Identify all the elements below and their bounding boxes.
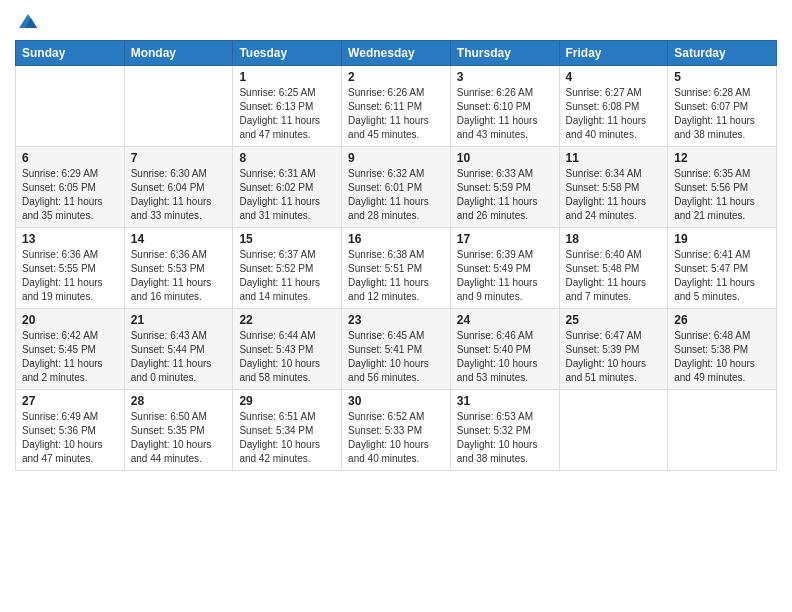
weekday-header: Saturday: [668, 41, 777, 66]
calendar-cell: 2Sunrise: 6:26 AM Sunset: 6:11 PM Daylig…: [342, 66, 451, 147]
day-number: 21: [131, 313, 227, 327]
day-info: Sunrise: 6:30 AM Sunset: 6:04 PM Dayligh…: [131, 167, 227, 223]
calendar-cell: 19Sunrise: 6:41 AM Sunset: 5:47 PM Dayli…: [668, 228, 777, 309]
day-number: 11: [566, 151, 662, 165]
calendar-cell: 17Sunrise: 6:39 AM Sunset: 5:49 PM Dayli…: [450, 228, 559, 309]
calendar-cell: 25Sunrise: 6:47 AM Sunset: 5:39 PM Dayli…: [559, 309, 668, 390]
day-number: 30: [348, 394, 444, 408]
day-info: Sunrise: 6:28 AM Sunset: 6:07 PM Dayligh…: [674, 86, 770, 142]
weekday-header: Tuesday: [233, 41, 342, 66]
day-number: 31: [457, 394, 553, 408]
calendar-cell: 30Sunrise: 6:52 AM Sunset: 5:33 PM Dayli…: [342, 390, 451, 471]
calendar-cell: 11Sunrise: 6:34 AM Sunset: 5:58 PM Dayli…: [559, 147, 668, 228]
day-number: 6: [22, 151, 118, 165]
calendar-table: SundayMondayTuesdayWednesdayThursdayFrid…: [15, 40, 777, 471]
calendar-cell: 26Sunrise: 6:48 AM Sunset: 5:38 PM Dayli…: [668, 309, 777, 390]
calendar-week-row: 13Sunrise: 6:36 AM Sunset: 5:55 PM Dayli…: [16, 228, 777, 309]
calendar-cell: 21Sunrise: 6:43 AM Sunset: 5:44 PM Dayli…: [124, 309, 233, 390]
calendar-cell: 18Sunrise: 6:40 AM Sunset: 5:48 PM Dayli…: [559, 228, 668, 309]
calendar-cell: [559, 390, 668, 471]
day-info: Sunrise: 6:48 AM Sunset: 5:38 PM Dayligh…: [674, 329, 770, 385]
day-info: Sunrise: 6:39 AM Sunset: 5:49 PM Dayligh…: [457, 248, 553, 304]
calendar-cell: [16, 66, 125, 147]
day-info: Sunrise: 6:44 AM Sunset: 5:43 PM Dayligh…: [239, 329, 335, 385]
day-info: Sunrise: 6:37 AM Sunset: 5:52 PM Dayligh…: [239, 248, 335, 304]
day-number: 18: [566, 232, 662, 246]
calendar-cell: 3Sunrise: 6:26 AM Sunset: 6:10 PM Daylig…: [450, 66, 559, 147]
day-number: 12: [674, 151, 770, 165]
day-info: Sunrise: 6:36 AM Sunset: 5:53 PM Dayligh…: [131, 248, 227, 304]
day-info: Sunrise: 6:43 AM Sunset: 5:44 PM Dayligh…: [131, 329, 227, 385]
day-info: Sunrise: 6:46 AM Sunset: 5:40 PM Dayligh…: [457, 329, 553, 385]
calendar-cell: 28Sunrise: 6:50 AM Sunset: 5:35 PM Dayli…: [124, 390, 233, 471]
header: [15, 10, 777, 32]
day-number: 13: [22, 232, 118, 246]
day-info: Sunrise: 6:52 AM Sunset: 5:33 PM Dayligh…: [348, 410, 444, 466]
day-number: 5: [674, 70, 770, 84]
day-number: 17: [457, 232, 553, 246]
calendar-cell: 24Sunrise: 6:46 AM Sunset: 5:40 PM Dayli…: [450, 309, 559, 390]
day-number: 16: [348, 232, 444, 246]
calendar-cell: 10Sunrise: 6:33 AM Sunset: 5:59 PM Dayli…: [450, 147, 559, 228]
day-info: Sunrise: 6:51 AM Sunset: 5:34 PM Dayligh…: [239, 410, 335, 466]
calendar-cell: 14Sunrise: 6:36 AM Sunset: 5:53 PM Dayli…: [124, 228, 233, 309]
calendar-week-row: 6Sunrise: 6:29 AM Sunset: 6:05 PM Daylig…: [16, 147, 777, 228]
day-number: 4: [566, 70, 662, 84]
calendar-cell: [124, 66, 233, 147]
day-info: Sunrise: 6:33 AM Sunset: 5:59 PM Dayligh…: [457, 167, 553, 223]
calendar-cell: 13Sunrise: 6:36 AM Sunset: 5:55 PM Dayli…: [16, 228, 125, 309]
weekday-header: Thursday: [450, 41, 559, 66]
day-info: Sunrise: 6:40 AM Sunset: 5:48 PM Dayligh…: [566, 248, 662, 304]
day-number: 15: [239, 232, 335, 246]
day-number: 2: [348, 70, 444, 84]
day-info: Sunrise: 6:49 AM Sunset: 5:36 PM Dayligh…: [22, 410, 118, 466]
day-number: 8: [239, 151, 335, 165]
calendar-cell: 23Sunrise: 6:45 AM Sunset: 5:41 PM Dayli…: [342, 309, 451, 390]
calendar-cell: 20Sunrise: 6:42 AM Sunset: 5:45 PM Dayli…: [16, 309, 125, 390]
calendar-cell: 9Sunrise: 6:32 AM Sunset: 6:01 PM Daylig…: [342, 147, 451, 228]
day-number: 10: [457, 151, 553, 165]
day-info: Sunrise: 6:35 AM Sunset: 5:56 PM Dayligh…: [674, 167, 770, 223]
calendar-week-row: 20Sunrise: 6:42 AM Sunset: 5:45 PM Dayli…: [16, 309, 777, 390]
calendar-cell: 5Sunrise: 6:28 AM Sunset: 6:07 PM Daylig…: [668, 66, 777, 147]
day-info: Sunrise: 6:45 AM Sunset: 5:41 PM Dayligh…: [348, 329, 444, 385]
calendar-cell: 15Sunrise: 6:37 AM Sunset: 5:52 PM Dayli…: [233, 228, 342, 309]
day-info: Sunrise: 6:27 AM Sunset: 6:08 PM Dayligh…: [566, 86, 662, 142]
day-info: Sunrise: 6:53 AM Sunset: 5:32 PM Dayligh…: [457, 410, 553, 466]
calendar-cell: 12Sunrise: 6:35 AM Sunset: 5:56 PM Dayli…: [668, 147, 777, 228]
day-number: 9: [348, 151, 444, 165]
calendar-cell: 6Sunrise: 6:29 AM Sunset: 6:05 PM Daylig…: [16, 147, 125, 228]
day-number: 22: [239, 313, 335, 327]
day-number: 23: [348, 313, 444, 327]
weekday-header: Sunday: [16, 41, 125, 66]
day-number: 29: [239, 394, 335, 408]
day-info: Sunrise: 6:26 AM Sunset: 6:11 PM Dayligh…: [348, 86, 444, 142]
day-number: 14: [131, 232, 227, 246]
weekday-header: Monday: [124, 41, 233, 66]
calendar-cell: 8Sunrise: 6:31 AM Sunset: 6:02 PM Daylig…: [233, 147, 342, 228]
day-info: Sunrise: 6:34 AM Sunset: 5:58 PM Dayligh…: [566, 167, 662, 223]
day-info: Sunrise: 6:47 AM Sunset: 5:39 PM Dayligh…: [566, 329, 662, 385]
day-info: Sunrise: 6:50 AM Sunset: 5:35 PM Dayligh…: [131, 410, 227, 466]
day-number: 24: [457, 313, 553, 327]
day-number: 28: [131, 394, 227, 408]
logo-icon: [17, 10, 39, 32]
day-number: 1: [239, 70, 335, 84]
calendar-cell: 7Sunrise: 6:30 AM Sunset: 6:04 PM Daylig…: [124, 147, 233, 228]
calendar-cell: 4Sunrise: 6:27 AM Sunset: 6:08 PM Daylig…: [559, 66, 668, 147]
day-number: 26: [674, 313, 770, 327]
calendar-cell: 31Sunrise: 6:53 AM Sunset: 5:32 PM Dayli…: [450, 390, 559, 471]
calendar-cell: 29Sunrise: 6:51 AM Sunset: 5:34 PM Dayli…: [233, 390, 342, 471]
calendar-cell: [668, 390, 777, 471]
calendar-week-row: 27Sunrise: 6:49 AM Sunset: 5:36 PM Dayli…: [16, 390, 777, 471]
day-info: Sunrise: 6:42 AM Sunset: 5:45 PM Dayligh…: [22, 329, 118, 385]
calendar-cell: 27Sunrise: 6:49 AM Sunset: 5:36 PM Dayli…: [16, 390, 125, 471]
weekday-header: Wednesday: [342, 41, 451, 66]
day-info: Sunrise: 6:32 AM Sunset: 6:01 PM Dayligh…: [348, 167, 444, 223]
weekday-header: Friday: [559, 41, 668, 66]
day-info: Sunrise: 6:31 AM Sunset: 6:02 PM Dayligh…: [239, 167, 335, 223]
calendar-cell: 22Sunrise: 6:44 AM Sunset: 5:43 PM Dayli…: [233, 309, 342, 390]
weekday-header-row: SundayMondayTuesdayWednesdayThursdayFrid…: [16, 41, 777, 66]
day-info: Sunrise: 6:38 AM Sunset: 5:51 PM Dayligh…: [348, 248, 444, 304]
calendar-cell: 1Sunrise: 6:25 AM Sunset: 6:13 PM Daylig…: [233, 66, 342, 147]
